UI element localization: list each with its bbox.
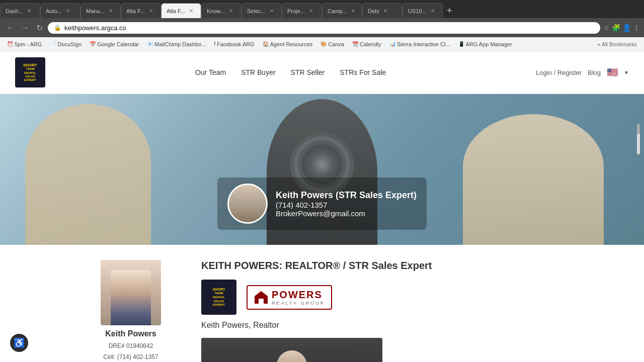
tab-camp[interactable]: Camp...✕ — [322, 3, 362, 18]
back-button[interactable]: ← — [4, 22, 16, 33]
nav-str-buyer[interactable]: STR Buyer — [241, 66, 275, 78]
logo-line1: SHORT — [23, 63, 37, 68]
tab-close-know[interactable]: ✕ — [229, 8, 233, 14]
new-tab-button[interactable]: + — [443, 6, 456, 16]
tab-know[interactable]: Know...✕ — [201, 3, 242, 18]
tab-close-altaf1[interactable]: ✕ — [149, 8, 153, 14]
profile-photo-person — [111, 270, 151, 325]
bookmark-google-cal[interactable]: 📅 Google Calendar — [87, 40, 142, 48]
tab-altaf2[interactable]: Alta F...✕ — [161, 3, 201, 18]
bookmarks-bar: ⏰ 5pm - ARG 📄 DocuSign 📅 Google Calendar… — [0, 37, 644, 51]
profile-photo — [101, 260, 161, 325]
tab-close-us10[interactable]: ✕ — [431, 8, 435, 14]
video-player[interactable]: ▶ 0:00 / 0:48 🔊 ⛶ ⋮ — [201, 338, 382, 362]
str-expert-logo: SHORT TERM RENTAL SALES EXPERT — [201, 280, 236, 315]
video-person-bg — [201, 338, 382, 362]
str-logo-line2: TERM — [215, 292, 223, 296]
bookmark-icon-docusign: 📄 — [50, 41, 56, 47]
nav-strs-for-sale[interactable]: STRs For Sale — [340, 66, 386, 78]
site-header-right: Login / Register Blog 🇺🇸 ▼ — [536, 67, 629, 78]
accessibility-icon: ♿ — [14, 337, 25, 348]
star-icon[interactable]: ☆ — [603, 24, 610, 32]
webpage: SHORT TERM RENTAL SALES EXPERT Our Team … — [0, 51, 644, 362]
bookmark-label-calendly: Calendly — [360, 41, 381, 47]
tab-dash[interactable]: Dash...✕ — [0, 3, 40, 18]
bookmark-5pm[interactable]: ⏰ 5pm - ARG — [4, 40, 45, 48]
bookmark-icon-canva: 🎨 — [320, 41, 327, 47]
profile-icon[interactable]: 👤 — [622, 24, 631, 32]
bookmark-icon-calendly: 📆 — [352, 41, 358, 47]
bookmarks-more[interactable]: » All Bookmarks — [594, 40, 640, 48]
agent-hero-info: Keith Powers (STR Sales Expert) (714) 40… — [276, 190, 417, 218]
agent-hero-email: BrokerPowers@gmail.com — [276, 209, 417, 218]
extensions-icon[interactable]: 🧩 — [612, 24, 620, 32]
tab-bar: Dash...✕ Auto...✕ Manu...✕ Alta F...✕ Al… — [0, 0, 644, 18]
tab-auto[interactable]: Auto...✕ — [40, 3, 80, 18]
scroll-thumb[interactable] — [637, 124, 640, 134]
tab-close-altaf2[interactable]: ✕ — [189, 8, 193, 14]
tab-us10[interactable]: US10...✕ — [403, 3, 443, 18]
bookmark-label-canva: Canva — [328, 41, 344, 47]
browser-frame: Dash...✕ Auto...✕ Manu...✕ Alta F...✕ Al… — [0, 0, 644, 51]
bookmark-agent-res[interactable]: 🏠 Agent Resources — [260, 40, 315, 48]
forward-button[interactable]: → — [19, 22, 31, 33]
bookmark-icon-5pm: ⏰ — [7, 41, 13, 47]
agent-overlay: Keith Powers (STR Sales Expert) (714) 40… — [217, 177, 427, 230]
bookmark-mailchimp[interactable]: 📧 MailChimp Dashbo... — [144, 40, 209, 48]
bookmark-calendly[interactable]: 📆 Calendly — [349, 40, 384, 48]
tab-debi[interactable]: Debi✕ — [362, 3, 403, 18]
menu-icon[interactable]: ⋮ — [633, 24, 640, 32]
tab-close-proje[interactable]: ✕ — [309, 8, 313, 14]
logo-line3: RENTAL — [24, 71, 36, 75]
agent-card-name: Keith Powers — [105, 329, 156, 338]
agent-avatar-image — [229, 185, 266, 222]
flag-icon[interactable]: 🇺🇸 — [607, 67, 618, 78]
main-content: KEITH POWERS: REALTOR® / STR Sales Exper… — [201, 260, 553, 362]
bookmark-label-sierra: Sierra Interactive Cl... — [397, 41, 450, 47]
tab-close-selec[interactable]: ✕ — [270, 8, 274, 14]
bookmark-icon-facebook: f — [214, 41, 215, 47]
tab-altaf1[interactable]: Alta F...✕ — [121, 3, 161, 18]
tab-close-manu[interactable]: ✕ — [109, 8, 113, 14]
str-logo-line3: RENTAL — [213, 296, 225, 300]
language-dropdown-arrow[interactable]: ▼ — [624, 70, 629, 75]
address-bar: ← → ↻ 🔒 keithpowers.argca.co ☆ 🧩 👤 ⋮ — [0, 18, 644, 37]
scrollbar[interactable] — [637, 124, 640, 154]
bookmark-facebook[interactable]: f Facebook ARG — [211, 40, 257, 48]
hat-right — [463, 114, 604, 245]
agent-hero-name: Keith Powers (STR Sales Expert) — [276, 190, 417, 201]
tab-selec[interactable]: Selec...✕ — [242, 3, 282, 18]
tab-manu[interactable]: Manu...✕ — [80, 3, 121, 18]
nav-our-team[interactable]: Our Team — [195, 66, 226, 78]
bookmark-docusign[interactable]: 📄 DocuSign — [47, 40, 85, 48]
bookmark-label-arg: ARG App Manager — [466, 41, 512, 47]
str-logo-line4: SALES — [214, 300, 224, 304]
bookmark-label-mailchimp: MailChimp Dashbo... — [154, 41, 206, 47]
logo-line2: TERM — [26, 67, 35, 71]
bookmark-canva[interactable]: 🎨 Canva — [317, 40, 347, 48]
agent-profile-card: Keith Powers DRE# 01940642 Cell: (714) 4… — [91, 260, 171, 362]
blog-button[interactable]: Blog — [588, 69, 601, 76]
powers-house-icon — [254, 290, 269, 305]
tab-close-auto[interactable]: ✕ — [66, 8, 70, 14]
url-box[interactable]: 🔒 keithpowers.argca.co — [48, 22, 600, 34]
site-logo[interactable]: SHORT TERM RENTAL SALES EXPERT — [15, 57, 45, 87]
nav-str-seller[interactable]: STR Seller — [291, 66, 325, 78]
reload-button[interactable]: ↻ — [34, 22, 45, 34]
tab-close-dash[interactable]: ✕ — [27, 8, 31, 14]
video-person-figure — [277, 350, 307, 362]
tab-proje[interactable]: Proje...✕ — [282, 3, 322, 18]
bookmark-label-facebook: Facebook ARG — [217, 41, 255, 47]
bookmark-sierra[interactable]: 📊 Sierra Interactive Cl... — [386, 40, 453, 48]
url-text: keithpowers.argca.co — [64, 24, 594, 32]
browser-icons-group: ☆ 🧩 👤 ⋮ — [603, 24, 640, 32]
bookmark-icon-mailchimp: 📧 — [147, 41, 153, 47]
accessibility-button[interactable]: ♿ — [10, 334, 28, 352]
tab-close-debi[interactable]: ✕ — [383, 8, 387, 14]
bookmark-label-5pm: 5pm - ARG — [15, 41, 42, 47]
tab-close-camp[interactable]: ✕ — [351, 8, 355, 14]
bookmark-label-docusign: DocuSign — [57, 41, 82, 47]
site-header: SHORT TERM RENTAL SALES EXPERT Our Team … — [0, 51, 644, 94]
bookmark-arg-app[interactable]: 📱 ARG App Manager — [455, 40, 515, 48]
login-register-button[interactable]: Login / Register — [536, 69, 582, 76]
